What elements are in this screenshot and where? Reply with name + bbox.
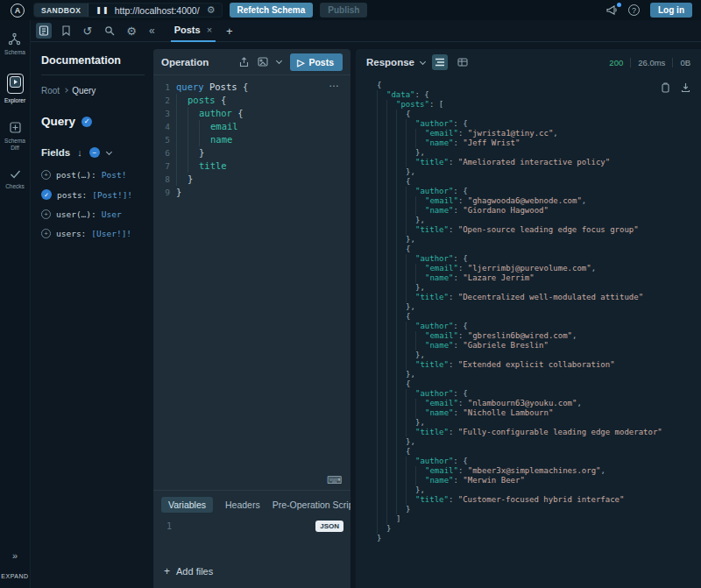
help-icon[interactable]: ? <box>628 4 640 16</box>
login-button[interactable]: Log in <box>650 3 692 18</box>
field-row[interactable]: +post(…):Post! <box>41 170 145 180</box>
breadcrumb: Root Query <box>41 86 145 96</box>
connection-settings-gear-icon[interactable]: ⚙ <box>207 4 216 16</box>
operation-panel: Operation ▷ <box>153 49 350 588</box>
breadcrumb-current: Query <box>72 86 96 96</box>
keyboard-shortcuts-icon[interactable]: ⌨ <box>327 474 342 486</box>
sidebar-item-explorer[interactable]: Explorer <box>4 74 25 104</box>
format-badge: JSON <box>315 521 343 532</box>
collapse-panel-icon[interactable]: « <box>149 25 155 37</box>
explorer-toolbar: ↺ ⚙ « Posts × + <box>31 20 701 42</box>
saved-operations-bookmark-icon[interactable] <box>58 23 74 39</box>
operation-title: Operation <box>161 57 230 67</box>
field-check-badge: ✓ <box>41 189 52 200</box>
history-icon[interactable]: ↺ <box>80 23 96 39</box>
formatted-view-icon[interactable] <box>432 54 448 70</box>
checks-checkmark-icon <box>9 168 22 180</box>
refetch-schema-button[interactable]: Refetch Schema <box>230 3 314 18</box>
response-chevron-down-icon[interactable] <box>420 58 426 64</box>
expand-chevrons-icon: » <box>12 550 18 561</box>
close-tab-icon[interactable]: × <box>207 25 212 35</box>
tab-pre-operation-script[interactable]: Pre-Operation Script <box>273 499 350 510</box>
schema-diff-icon <box>9 121 22 134</box>
breadcrumb-chevron-icon <box>63 88 68 93</box>
notification-dot <box>617 3 621 7</box>
response-size: 0B <box>680 58 690 67</box>
response-panel: Response 200 <box>356 49 701 588</box>
settings-gear-icon[interactable]: ⚙ <box>124 23 139 39</box>
play-icon: ▷ <box>297 57 304 67</box>
sort-fields-icon[interactable]: ↓ <box>77 147 82 158</box>
type-selected-check-badge: ✓ <box>81 117 92 127</box>
operation-footer-tabs: Variables Headers Pre-Operation Script P… <box>153 490 350 518</box>
filter-selected-minus-badge[interactable]: − <box>89 147 100 158</box>
variables-line-number: 1 <box>166 521 172 531</box>
save-to-collection-icon[interactable] <box>258 57 268 67</box>
query-code[interactable]: query Posts {posts {author {emailname}ti… <box>176 81 350 471</box>
apollo-logo-icon[interactable]: A <box>11 4 25 18</box>
sandbox-chip: SANDBOX <box>34 4 89 17</box>
add-icon: + <box>164 565 170 577</box>
query-gutter: 123456789 <box>153 81 176 471</box>
field-add-icon[interactable]: + <box>41 170 51 180</box>
copy-response-icon[interactable] <box>661 81 670 96</box>
response-stats: 200 26.0ms 0B <box>609 58 690 67</box>
top-bar: A SANDBOX ❚❚ http://localhost:4000/ ⚙ Re… <box>0 0 701 20</box>
field-row[interactable]: +user(…):User <box>41 209 145 219</box>
field-list: +post(…):Post!✓posts:[Post!]!+user(…):Us… <box>41 170 145 238</box>
field-add-icon[interactable]: + <box>41 229 51 238</box>
sidebar-item-schema-diff[interactable]: Schema Diff <box>0 121 30 151</box>
status-code: 200 <box>609 58 623 67</box>
type-title: Query <box>41 115 75 128</box>
variables-editor[interactable]: 1 JSON <box>153 518 350 556</box>
schema-graph-icon <box>8 32 21 46</box>
share-operation-icon[interactable] <box>239 57 249 67</box>
breadcrumb-root-link[interactable]: Root <box>41 86 60 96</box>
operation-chevron-down-icon[interactable] <box>277 60 281 63</box>
field-row[interactable]: +users:[User!]! <box>41 229 145 238</box>
publish-button[interactable]: Publish <box>320 3 367 18</box>
new-tab-icon[interactable]: + <box>226 25 233 38</box>
download-response-icon[interactable] <box>681 81 690 96</box>
sidebar-item-checks[interactable]: Checks <box>5 168 25 190</box>
endpoint-url-input[interactable]: http://localhost:4000/ <box>115 5 200 16</box>
explorer-play-icon <box>9 75 22 89</box>
endpoint-url-bar: SANDBOX ❚❚ http://localhost:4000/ ⚙ <box>33 3 223 18</box>
documentation-panel: Documentation Root Query Query ✓ Fields … <box>31 42 153 588</box>
field-add-icon[interactable]: + <box>41 209 51 219</box>
pause-icon[interactable]: ❚❚ <box>96 6 109 14</box>
announcements-megaphone-icon[interactable] <box>606 5 618 15</box>
apollo-sandbox-app: A SANDBOX ❚❚ http://localhost:4000/ ⚙ Re… <box>0 0 701 588</box>
add-files-button[interactable]: + Add files <box>153 556 350 588</box>
response-json: {"data": {"posts": [{"author": {"email":… <box>377 81 701 543</box>
fields-heading: Fields <box>41 147 70 158</box>
operation-tab-posts[interactable]: Posts × <box>171 20 216 42</box>
expand-sidebar-button[interactable]: » EXPAND <box>1 550 28 579</box>
tab-variables[interactable]: Variables <box>161 497 213 513</box>
query-editor[interactable]: 123456789 query Posts {posts {author {em… <box>153 75 350 471</box>
sidebar-item-schema[interactable]: Schema <box>4 32 25 56</box>
editor-more-menu-icon[interactable]: … <box>329 77 340 89</box>
response-time: 26.0ms <box>638 58 665 67</box>
fields-chevron-down-icon[interactable] <box>106 148 112 154</box>
search-icon[interactable] <box>102 23 117 39</box>
run-operation-button[interactable]: ▷ Posts <box>290 53 343 71</box>
response-title: Response <box>366 57 414 67</box>
left-nav-rail: Schema Explorer Schema Diff <box>0 20 31 588</box>
documentation-title: Documentation <box>41 54 145 75</box>
operations-panel-icon[interactable] <box>36 23 52 39</box>
field-row[interactable]: ✓posts:[Post!]! <box>41 189 145 200</box>
tab-headers[interactable]: Headers <box>225 499 260 510</box>
table-view-icon[interactable] <box>455 54 471 70</box>
